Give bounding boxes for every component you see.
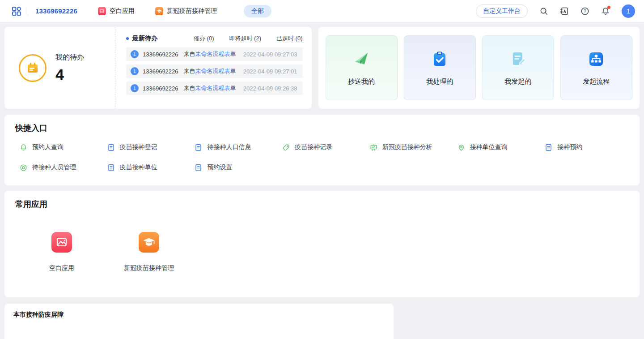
quick-entry-label: 疫苗接种记录 (295, 143, 332, 151)
quick-entry-item[interactable]: 疫苗接种登记 (107, 143, 195, 151)
todo-item-form-link[interactable]: 未命名流程表单 (195, 51, 236, 57)
topbar-right: 自定义工作台 ? 1 (476, 4, 635, 18)
todo-tab-count: (0) (207, 35, 214, 42)
todo-calendar-icon (19, 54, 47, 82)
todo-tab-label: 已超时 (276, 35, 294, 42)
flow-action-card[interactable]: 我处理的 (404, 35, 476, 100)
quick-entry-item[interactable]: 疫苗接种记录 (282, 143, 370, 151)
flow-actions-card: 抄送我的 我处理的 我发起的 发起流程 (318, 27, 640, 109)
apps-grid-icon[interactable] (12, 6, 21, 16)
filter-all-tab[interactable]: 全部 (244, 5, 271, 17)
todo-title: 我的待办 (55, 53, 84, 62)
doc-icon (195, 164, 202, 172)
quick-entry-label: 预约人查询 (32, 143, 64, 151)
doc-icon (195, 144, 202, 151)
todo-item-badge: 1 (131, 67, 139, 75)
flow-action-label: 抄送我的 (348, 77, 375, 86)
todo-item-source: 来自未命名流程表单 (184, 50, 236, 58)
quick-entry-label: 新冠疫苗接种分析 (382, 143, 432, 151)
todo-item-time: 2022-04-09 09:27:03 (243, 51, 297, 58)
flow-action-card[interactable]: 发起流程 (560, 35, 632, 100)
todo-item-badge: 1 (131, 84, 139, 92)
todo-count: 4 (55, 66, 84, 83)
todo-tab[interactable]: 已超时 (0) (276, 34, 303, 43)
quick-entry-item[interactable]: 新冠疫苗接种分析 (370, 143, 458, 151)
frequent-apps-row: 空白应用 新冠疫苗接种管理 (15, 232, 632, 272)
quick-entry-title: 快捷入口 (15, 123, 632, 133)
quick-entry-item[interactable]: 预约设置 (195, 163, 282, 172)
cap-app-icon (155, 7, 163, 15)
topbar-app-shortcut[interactable]: 空白应用 (98, 7, 135, 15)
tag-icon (282, 144, 290, 151)
quick-entry-item[interactable]: 待接种人口信息 (195, 143, 282, 151)
svg-text:?: ? (584, 8, 586, 13)
todo-item-user: 13369692226 (143, 85, 178, 92)
todo-summary[interactable]: 我的待办 4 (4, 27, 115, 109)
notification-dot (607, 6, 610, 9)
quick-entry-grid: 预约人查询 疫苗接种登记 待接种人口信息 疫苗接种记录 新冠疫苗接种分析 接种单… (15, 143, 632, 172)
todo-tab[interactable]: 催办 (0) (194, 34, 214, 43)
latest-todo-panel: 最新待办 催办 (0)即将超时 (2)已超时 (0) 1 13369692226… (115, 27, 312, 109)
image-app-icon (51, 232, 72, 253)
quick-entry-item[interactable]: 接种预约 (545, 143, 632, 151)
quick-entry-item[interactable]: 预约人查询 (20, 143, 107, 151)
latest-todo-title: 最新待办 (132, 34, 157, 43)
flow-action-card[interactable]: 我发起的 (482, 35, 554, 100)
todo-item-source: 来自未命名流程表单 (184, 67, 236, 75)
todo-tab-count: (0) (296, 35, 303, 42)
todo-tabs: 催办 (0)即将超时 (2)已超时 (0) (194, 34, 303, 43)
flow-action-card[interactable]: 抄送我的 (326, 35, 398, 100)
doc-icon (107, 144, 115, 151)
quick-entry-item[interactable]: 疫苗接种单位 (107, 163, 195, 172)
quick-entry-item[interactable]: 接种单位查询 (458, 143, 545, 151)
contacts-icon[interactable] (560, 7, 569, 16)
topbar: 13369692226 空白应用 新冠疫苗接种管理 全部 自定义工作台 ? 1 (0, 0, 644, 22)
flow-action-label: 我发起的 (504, 77, 531, 86)
topbar-divider (28, 7, 28, 15)
bullet-dot (126, 37, 129, 40)
topbar-app-label: 新冠疫苗接种管理 (167, 7, 217, 15)
search-icon[interactable] (539, 7, 548, 16)
quick-entry-label: 疫苗接种登记 (120, 143, 157, 151)
app-item[interactable]: 新冠疫苗接种管理 (124, 232, 174, 272)
avatar[interactable]: 1 (622, 4, 635, 18)
todo-list: 1 13369692226 来自未命名流程表单 2022-04-09 09:27… (126, 47, 303, 95)
vaccination-barrier-card: 本市接种防疫屏障 (4, 304, 394, 339)
quick-entry-card: 快捷入口 预约人查询 疫苗接种登记 待接种人口信息 疫苗接种记录 新冠疫苗接种分… (4, 115, 640, 185)
help-icon[interactable]: ? (580, 7, 589, 16)
vaccination-barrier-title: 本市接种防疫屏障 (13, 311, 385, 319)
todo-item-form-link[interactable]: 未命名流程表单 (195, 68, 236, 74)
org-chart-icon (587, 50, 606, 69)
app-item[interactable]: 空白应用 (37, 232, 87, 272)
topbar-app-label: 空白应用 (110, 7, 135, 15)
todo-tab[interactable]: 即将超时 (2) (229, 34, 261, 43)
topbar-app-shortcut[interactable]: 新冠疫苗接种管理 (155, 7, 217, 15)
doc-icon (107, 164, 115, 172)
todo-tab-label: 即将超时 (229, 35, 252, 42)
main-content: 我的待办 4 最新待办 催办 (0)即将超时 (2)已超时 (0) 1 1336… (0, 22, 644, 339)
quick-entry-label: 待接种人口信息 (207, 143, 251, 151)
quick-entry-label: 预约设置 (207, 163, 232, 172)
board-chart-icon (370, 144, 377, 151)
todo-item-form-link[interactable]: 未命名流程表单 (195, 85, 236, 91)
todo-tab-count: (2) (254, 35, 261, 42)
frequent-apps-card: 常用应用 空白应用 新冠疫苗接种管理 (4, 191, 640, 297)
my-todo-card: 我的待办 4 最新待办 催办 (0)即将超时 (2)已超时 (0) 1 1336… (4, 27, 312, 109)
todo-list-item[interactable]: 1 13369692226 来自未命名流程表单 2022-04-09 09:27… (126, 47, 303, 61)
image-app-icon (98, 7, 106, 15)
frequent-apps-title: 常用应用 (15, 199, 632, 210)
todo-item-user: 13369692226 (143, 68, 178, 75)
doc-icon (545, 144, 552, 151)
quick-entry-label: 接种单位查询 (470, 143, 508, 151)
app-item-label: 新冠疫苗接种管理 (124, 264, 174, 272)
customize-workbench-button[interactable]: 自定义工作台 (476, 4, 528, 18)
target-icon (20, 164, 27, 172)
bell-icon[interactable] (601, 7, 610, 16)
todo-list-item[interactable]: 1 13369692226 来自未命名流程表单 2022-04-09 09:27… (126, 64, 303, 78)
bell-icon (20, 144, 27, 151)
quick-entry-item[interactable]: 待接种人员管理 (20, 163, 107, 172)
workspace-phone-link[interactable]: 13369692226 (35, 7, 77, 15)
doc-edit-icon (508, 50, 527, 69)
location-icon (458, 144, 465, 151)
todo-list-item[interactable]: 1 13369692226 来自未命名流程表单 2022-04-09 09:26… (126, 82, 303, 95)
